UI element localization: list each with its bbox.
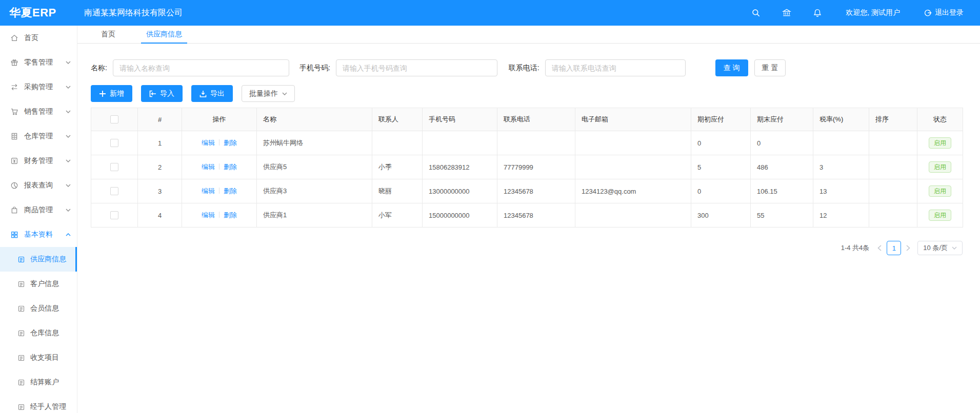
sidebar-item-sales[interactable]: 销售管理	[0, 99, 77, 124]
cart-icon	[10, 108, 18, 116]
sidebar-item-finance[interactable]: 财务管理	[0, 149, 77, 173]
chevron-down-icon	[66, 209, 71, 212]
page-size-select[interactable]: 10 条/页	[917, 241, 963, 255]
import-icon	[149, 90, 156, 97]
col-tel: 联系电话	[497, 108, 575, 131]
tab-label: 供应商信息	[146, 30, 182, 39]
sidebar-item-goods[interactable]: 商品管理	[0, 198, 77, 222]
sidebar-item-label: 基本资料	[24, 230, 53, 239]
row-checkbox[interactable]	[110, 187, 118, 195]
delete-link[interactable]: 删除	[224, 163, 237, 171]
page-number-button[interactable]: 1	[887, 241, 901, 255]
status-badge: 启用	[929, 185, 951, 197]
row-index: 1	[138, 131, 182, 155]
cell-tax-rate	[813, 131, 869, 155]
chevron-down-icon	[66, 86, 71, 89]
filter-bar: 名称: 手机号码: 联系电话: 查 询 重 置	[91, 59, 968, 76]
export-icon	[199, 90, 207, 97]
table-row: 1 编辑删除 苏州蜗牛网络 0 0 启用	[91, 131, 963, 155]
tel-filter-input[interactable]	[545, 59, 686, 76]
batch-actions-dropdown[interactable]: 批量操作	[242, 85, 295, 102]
cell-tax-rate: 3	[813, 155, 869, 179]
welcome-text: 欢迎您, 测试用户	[846, 8, 900, 17]
export-button[interactable]: 导出	[191, 85, 233, 102]
sidebar-item-purchase[interactable]: 采购管理	[0, 75, 77, 99]
sidebar-item-customer-info[interactable]: 客户信息	[0, 272, 77, 296]
sidebar-item-income-expense[interactable]: 收支项目	[0, 345, 77, 370]
cell-name: 供应商5	[257, 155, 372, 179]
next-page-button[interactable]	[906, 245, 910, 251]
cell-phone: 13000000000	[423, 179, 497, 203]
bell-icon[interactable]	[813, 8, 822, 17]
company-name: 南通某某网络科技有限公司	[84, 8, 183, 18]
sidebar-item-label: 收支项目	[30, 353, 59, 362]
add-button[interactable]: 新增	[91, 85, 132, 102]
col-begin-payable: 期初应付	[691, 108, 751, 131]
select-all-checkbox[interactable]	[110, 115, 118, 123]
document-icon	[17, 379, 25, 386]
cell-tel: 12345678	[497, 203, 575, 228]
cell-email	[575, 131, 691, 155]
phone-filter-label: 手机号码:	[299, 64, 330, 73]
logout-icon	[924, 9, 932, 17]
phone-filter-input[interactable]	[336, 59, 497, 76]
search-icon[interactable]	[751, 8, 761, 17]
col-sort: 排序	[869, 108, 917, 131]
pagination: 1-4 共4条 1 10 条/页	[91, 241, 963, 255]
logout-button[interactable]: 退出登录	[924, 8, 964, 17]
sidebar-item-warehouse-info[interactable]: 仓库信息	[0, 321, 77, 345]
col-end-payable: 期末应付	[751, 108, 813, 131]
plus-icon	[99, 90, 106, 97]
sidebar-item-warehouse[interactable]: 仓库管理	[0, 124, 77, 149]
import-button[interactable]: 导入	[141, 85, 183, 102]
document-icon	[17, 256, 25, 263]
col-email: 电子邮箱	[575, 108, 691, 131]
row-checkbox[interactable]	[110, 163, 118, 171]
sidebar-item-basic-data[interactable]: 基本资料	[0, 222, 77, 247]
reset-button[interactable]: 重 置	[754, 59, 786, 76]
table-row: 3 编辑删除 供应商3 晓丽 13000000000 12345678 1234…	[91, 179, 963, 203]
document-icon	[17, 354, 25, 362]
row-checkbox[interactable]	[110, 139, 118, 147]
cell-phone: 15000000000	[423, 203, 497, 228]
search-button[interactable]: 查 询	[715, 59, 748, 76]
cell-contact: 晓丽	[372, 179, 423, 203]
row-checkbox[interactable]	[110, 211, 118, 219]
edit-link[interactable]: 编辑	[202, 139, 215, 147]
sidebar-item-home[interactable]: 首页	[0, 26, 77, 50]
sidebar-item-reports[interactable]: 报表查询	[0, 173, 77, 198]
gift-icon	[10, 58, 18, 67]
delete-link[interactable]: 删除	[224, 187, 237, 195]
cell-name: 供应商3	[257, 179, 372, 203]
table-row: 4 编辑删除 供应商1 小军 15000000000 12345678 300 …	[91, 203, 963, 228]
tab-label: 首页	[101, 30, 115, 39]
cell-phone: 15806283912	[423, 155, 497, 179]
app-logo: 华夏ERP	[0, 5, 77, 20]
name-filter-label: 名称:	[91, 64, 107, 73]
pie-chart-icon	[10, 181, 18, 190]
edit-link[interactable]: 编辑	[202, 211, 215, 219]
sidebar-item-member-info[interactable]: 会员信息	[0, 296, 77, 321]
sidebar-item-retail[interactable]: 零售管理	[0, 50, 77, 75]
chevron-up-icon	[66, 233, 71, 236]
tab-supplier-info[interactable]: 供应商信息	[141, 26, 187, 43]
cell-end-payable: 106.15	[751, 179, 813, 203]
sidebar-item-supplier-info[interactable]: 供应商信息	[0, 247, 77, 272]
edit-link[interactable]: 编辑	[202, 163, 215, 171]
edit-link[interactable]: 编辑	[202, 187, 215, 195]
chevron-down-icon	[282, 92, 287, 95]
col-phone: 手机号码	[423, 108, 497, 131]
chevron-down-icon	[66, 61, 71, 64]
delete-link[interactable]: 删除	[224, 139, 237, 147]
cell-sort	[869, 179, 917, 203]
header-actions: 欢迎您, 测试用户 退出登录	[730, 8, 980, 17]
prev-page-button[interactable]	[877, 245, 882, 251]
sidebar-item-label: 首页	[24, 33, 38, 43]
delete-link[interactable]: 删除	[224, 211, 237, 219]
bank-icon[interactable]	[782, 8, 791, 17]
tab-home[interactable]: 首页	[96, 26, 121, 43]
sidebar-item-label: 销售管理	[24, 107, 53, 116]
sidebar-item-settlement-account[interactable]: 结算账户	[0, 370, 77, 395]
sidebar-item-handler-mgmt[interactable]: 经手人管理	[0, 395, 77, 413]
name-filter-input[interactable]	[113, 59, 289, 76]
